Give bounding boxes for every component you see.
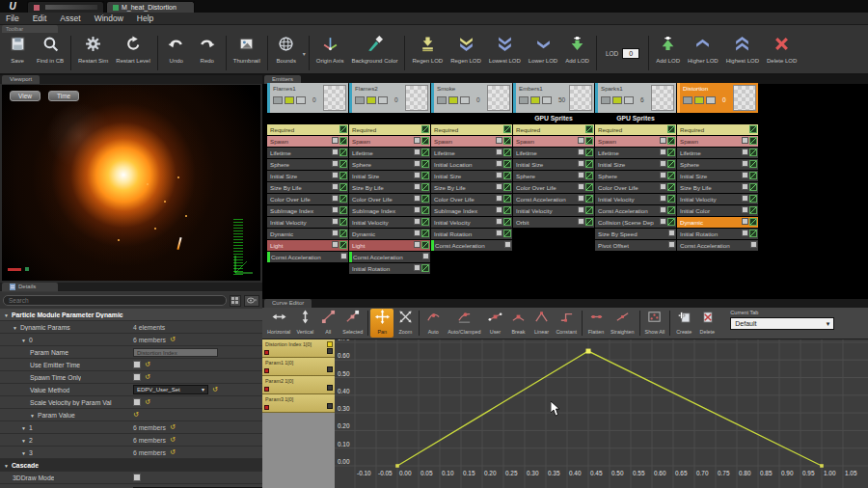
details-property-row[interactable]: ▼Dynamic Params4 elements [0,321,262,334]
module-row-sphere[interactable]: Sphere [677,159,758,170]
emitter-thumbnail[interactable] [487,85,510,111]
module-curve-icon[interactable] [667,183,675,191]
module-curve-icon[interactable] [339,183,347,191]
module-row-color-over-life[interactable]: Color Over Life [267,194,348,204]
details-property-row[interactable]: ▼36 members↺ [0,447,262,459]
module-curve-icon[interactable] [749,172,757,179]
module-row-spawn[interactable]: Spawn [677,136,758,147]
toolbar-button-add-lod[interactable]: Add LOD [561,34,593,72]
module-enabled-checkbox[interactable] [414,206,420,213]
module-curve-icon[interactable] [749,160,757,168]
module-enabled-checkbox[interactable] [332,183,339,190]
module-curve-icon[interactable] [503,230,511,237]
toolbar-button-lower-lod[interactable]: Lower LOD [525,34,561,72]
curve-visibility-checkbox[interactable] [327,348,333,354]
curve-tool-auto[interactable]: Auto [421,309,445,338]
curve-tool-selected[interactable]: Selected [339,309,366,338]
details-property-row[interactable]: Module Editor Color↺ [0,484,262,488]
module-enabled-checkbox[interactable] [414,183,420,190]
module-curve-icon[interactable] [503,149,511,156]
module-enabled-checkbox[interactable] [332,230,339,236]
module-row-initial-rotation[interactable]: Initial Rotation [431,229,512,239]
reset-to-default-icon[interactable]: ↺ [145,373,150,381]
module-row-required[interactable]: Required [349,124,430,135]
details-property-row[interactable]: Scale Velocity by Param Val↺ [0,396,262,409]
toolbar-button-add-lod[interactable]: Add LOD [652,34,684,72]
details-property-row[interactable]: ▼Param Value↺ [0,409,262,421]
emitter-header-flames1[interactable]: Flames10 [267,83,348,113]
toolbar-button-save[interactable]: Save [2,34,33,72]
module-curve-icon[interactable] [503,137,511,145]
module-curve-icon[interactable] [585,149,593,156]
view-button[interactable]: View [10,91,41,101]
details-property-row[interactable]: Use Emitter Time↺ [0,359,262,371]
curve-graph[interactable]: -0.10-0.050.000.050.100.150.200.250.300.… [335,339,868,488]
module-curve-icon[interactable] [421,241,429,249]
module-enabled-checkbox[interactable] [496,160,502,167]
module-curve-icon[interactable] [585,125,593,133]
emitter-checkbox[interactable] [273,96,283,104]
viewport-tab[interactable]: Viewport [2,75,40,84]
module-curve-icon[interactable] [503,218,511,226]
module-curve-icon[interactable] [339,172,347,179]
module-enabled-checkbox[interactable] [668,241,675,248]
module-curve-icon[interactable] [421,195,429,203]
emitter-header-distortion[interactable]: Distortion0 [677,83,758,113]
module-enabled-checkbox[interactable] [742,195,748,202]
module-curve-icon[interactable] [585,195,593,203]
module-row-orbit[interactable]: Orbit [513,217,594,228]
module-curve-icon[interactable] [503,160,511,168]
module-curve-icon[interactable] [339,137,347,145]
toolbar-button-thumbnail[interactable]: Thumbnail [230,34,264,72]
toolbar-panel-tab[interactable]: Toolbar [2,25,58,33]
module-curve-icon[interactable] [421,183,429,191]
module-enabled-checkbox[interactable] [742,206,748,213]
module-enabled-checkbox[interactable] [332,218,339,225]
reset-to-default-icon[interactable]: ↺ [170,423,176,431]
curve-list-item[interactable]: Param3 1[0] [262,394,335,413]
emitter-enabled-checkbox[interactable] [612,96,622,104]
module-enabled-checkbox[interactable] [414,230,420,236]
module-curve-icon[interactable] [585,137,593,145]
module-curve-icon[interactable] [503,195,511,203]
module-curve-icon[interactable] [339,125,347,133]
module-row-sphere[interactable]: Sphere [513,171,594,181]
reset-to-default-icon[interactable]: ↺ [170,436,176,444]
module-enabled-checkbox[interactable] [496,230,502,236]
module-enabled-checkbox[interactable] [414,149,420,155]
view-options-button[interactable] [244,295,259,307]
expander-arrow-icon[interactable]: ▼ [30,413,35,419]
property-matrix-button[interactable] [230,295,241,307]
module-row-lifetime[interactable]: Lifetime [595,148,676,158]
module-enabled-checkbox[interactable] [742,183,748,190]
module-enabled-checkbox[interactable] [742,230,748,236]
emitter-enabled-checkbox[interactable] [366,96,376,104]
module-enabled-checkbox[interactable] [496,195,502,202]
module-row-initial-size[interactable]: Initial Size [267,171,348,181]
module-row-color-over-life[interactable]: Color Over Life [349,194,430,204]
toolbar-button-find-in-cb[interactable]: Find in CB [33,34,68,72]
module-curve-icon[interactable] [749,137,757,145]
module-curve-icon[interactable] [667,125,675,133]
module-enabled-checkbox[interactable] [578,172,584,178]
module-row-lifetime[interactable]: Lifetime [349,148,430,158]
module-enabled-checkbox[interactable] [660,172,666,178]
module-row-const-acceleration[interactable]: Const Acceleration [349,252,430,262]
curve-color-swatch[interactable] [264,405,269,410]
chevron-down-icon[interactable]: ▾ [303,50,306,57]
module-enabled-checkbox[interactable] [578,195,584,202]
emitter-header-embers1[interactable]: Embers150 [513,83,594,113]
module-row-required[interactable]: Required [431,124,512,135]
module-row-required[interactable]: Required [677,124,758,135]
checkbox[interactable] [133,398,141,406]
emitter-enabled-checkbox[interactable] [694,96,704,104]
module-row-initial-size[interactable]: Initial Size [595,159,676,170]
module-row-spawn[interactable]: Spawn [267,136,348,147]
details-property-row[interactable]: Param NameDistortion Index [0,346,262,359]
module-row-sphere[interactable]: Sphere [267,159,348,170]
module-enabled-checkbox[interactable] [660,206,666,213]
module-row-initial-size[interactable]: Initial Size [677,171,758,181]
menu-item-help[interactable]: Help [137,14,153,23]
module-curve-icon[interactable] [339,218,347,226]
expander-arrow-icon[interactable]: ▼ [4,312,9,318]
